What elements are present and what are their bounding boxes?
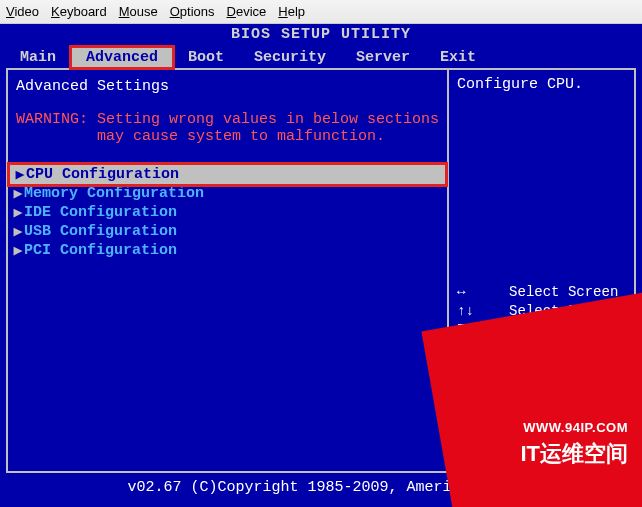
- menu-mouse[interactable]: Mouse: [119, 4, 158, 19]
- item-usb-configuration[interactable]: ▶ USB Configuration: [8, 222, 447, 241]
- left-pane: Advanced Settings WARNING: Setting wrong…: [6, 70, 449, 473]
- triangle-icon: ▶: [12, 222, 24, 241]
- menu-video[interactable]: Video: [6, 4, 39, 19]
- triangle-icon: ▶: [14, 165, 26, 184]
- item-ide-configuration[interactable]: ▶ IDE Configuration: [8, 203, 447, 222]
- tab-main[interactable]: Main: [6, 48, 70, 67]
- menu-device[interactable]: Device: [227, 4, 267, 19]
- item-memory-configuration[interactable]: ▶ Memory Configuration: [8, 184, 447, 203]
- watermark-text: WWW.94IP.COM IT运维空间: [520, 420, 628, 469]
- item-pci-configuration[interactable]: ▶ PCI Configuration: [8, 241, 447, 260]
- key-arrows-lr: ↔: [457, 283, 509, 302]
- item-cpu-configuration[interactable]: ▶ CPU Configuration: [10, 165, 445, 184]
- item-label: Memory Configuration: [24, 185, 204, 202]
- triangle-icon: ▶: [12, 184, 24, 203]
- tab-advanced[interactable]: Advanced: [72, 48, 172, 67]
- context-help: Configure CPU.: [457, 76, 626, 93]
- warning-text: WARNING: Setting wrong values in below s…: [8, 109, 447, 147]
- menu-help[interactable]: Help: [278, 4, 305, 19]
- bios-tab-bar: Main Advanced Boot Security Server Exit: [0, 46, 642, 68]
- item-label: PCI Configuration: [24, 242, 177, 259]
- watermark-site: WWW.94IP.COM: [520, 420, 628, 435]
- tab-server[interactable]: Server: [342, 48, 424, 67]
- menu-options[interactable]: Options: [170, 4, 215, 19]
- triangle-icon: ▶: [12, 241, 24, 260]
- viewer-menu-bar: Video Keyboard Mouse Options Device Help: [0, 0, 642, 24]
- section-title: Advanced Settings: [8, 76, 447, 97]
- bios-screen: BIOS SETUP UTILITY Main Advanced Boot Se…: [0, 24, 642, 507]
- tab-boot[interactable]: Boot: [174, 48, 238, 67]
- item-label: CPU Configuration: [26, 166, 179, 183]
- tab-exit[interactable]: Exit: [426, 48, 490, 67]
- menu-keyboard[interactable]: Keyboard: [51, 4, 107, 19]
- tab-security[interactable]: Security: [240, 48, 340, 67]
- watermark-cn: IT运维空间: [520, 439, 628, 469]
- item-label: USB Configuration: [24, 223, 177, 240]
- item-label: IDE Configuration: [24, 204, 177, 221]
- bios-title: BIOS SETUP UTILITY: [0, 24, 642, 46]
- triangle-icon: ▶: [12, 203, 24, 222]
